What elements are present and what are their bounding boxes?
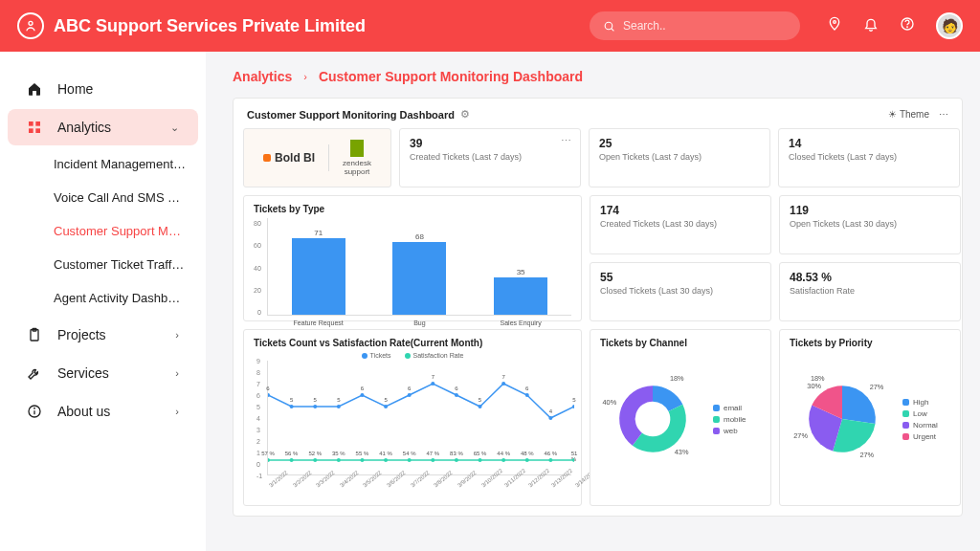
kpi-created-7: ⋯39Created Tickets (Last 7 days) <box>399 128 581 187</box>
main-content: Analytics › Customer Support Monitoring … <box>206 52 980 551</box>
svg-rect-8 <box>29 128 33 133</box>
svg-point-0 <box>29 21 33 25</box>
svg-point-39 <box>501 458 505 462</box>
chevron-right-icon: › <box>303 71 307 82</box>
svg-point-42 <box>572 458 574 462</box>
svg-point-5 <box>907 27 908 28</box>
svg-point-21 <box>408 393 412 397</box>
svg-point-36 <box>431 458 434 462</box>
more-icon[interactable]: ⋯ <box>939 109 948 120</box>
theme-toggle[interactable]: ☀ Theme <box>888 109 929 120</box>
svg-rect-6 <box>29 121 33 126</box>
svg-text:27%: 27% <box>859 451 874 459</box>
svg-point-26 <box>525 393 529 397</box>
chart-tickets-by-type: Tickets by Type 80604020071Feature Reque… <box>243 195 582 321</box>
kpi-open-7: 25Open Tickets (Last 7 days) <box>589 128 770 187</box>
zendesk-logo: zendesksupport <box>343 140 371 176</box>
svg-line-2 <box>612 28 614 31</box>
gear-icon[interactable]: ⚙ <box>460 108 470 121</box>
grid-icon <box>27 120 42 135</box>
svg-point-20 <box>384 405 388 408</box>
bell-icon[interactable] <box>863 16 879 35</box>
brand-icon <box>17 12 44 39</box>
crumb-current: Customer Support Monitoring Dashboard <box>319 69 583 84</box>
svg-point-23 <box>455 393 458 397</box>
brand: ABC Support Services Private Limited <box>17 12 366 39</box>
more-icon[interactable]: ⋯ <box>561 135 572 147</box>
svg-text:40%: 40% <box>603 398 617 407</box>
board-title: Customer Support Monitoring Dashboard <box>247 109 455 121</box>
svg-point-33 <box>360 458 364 462</box>
chevron-down-icon: ⌄ <box>170 121 179 134</box>
chart-title: Tickets by Channel <box>600 338 761 348</box>
svg-text:27%: 27% <box>793 431 808 440</box>
nav-label: Analytics <box>57 120 111 135</box>
chart-legend: High Low Normal Urgent <box>902 395 938 444</box>
nav-home[interactable]: Home <box>8 71 198 107</box>
chevron-right-icon: › <box>175 329 179 341</box>
svg-point-25 <box>501 382 505 386</box>
svg-rect-9 <box>35 128 40 133</box>
company-name: ABC Support Services Private Limited <box>54 16 366 36</box>
chart-legend: email mobile web <box>713 401 746 438</box>
boldbi-logo: Bold BI <box>263 151 315 165</box>
svg-point-3 <box>834 21 836 24</box>
svg-point-32 <box>337 458 341 462</box>
svg-point-24 <box>479 405 482 408</box>
header-actions: 🧑 <box>827 12 963 39</box>
svg-text:30%: 30% <box>807 382 821 390</box>
chart-count-vs-sat: Tickets Count vs Satisfaction Rate(Curre… <box>243 329 582 506</box>
nav-about[interactable]: About us › <box>8 393 198 430</box>
crumb-analytics[interactable]: Analytics <box>233 69 292 84</box>
chart-by-channel: Tickets by Channel 18%43%40% email mobil… <box>590 329 771 506</box>
search-icon <box>603 20 615 33</box>
svg-rect-7 <box>35 121 40 126</box>
brand-card: Bold BI zendesksupport <box>243 128 391 187</box>
sub-ticket-traffic[interactable]: Customer Ticket Traffic ... <box>0 248 206 281</box>
svg-point-1 <box>605 22 612 30</box>
chart-title: Tickets by Priority <box>790 338 950 348</box>
nav-label: Projects <box>57 327 106 342</box>
nav-services[interactable]: Services › <box>8 355 198 391</box>
search-input[interactable] <box>623 19 787 33</box>
kpi-closed-7: 14Closed Tickets (Last 7 days) <box>778 128 960 187</box>
svg-point-16 <box>290 405 294 408</box>
sub-voice[interactable]: Voice Call And SMS Track... <box>0 181 206 214</box>
location-icon[interactable] <box>827 16 842 35</box>
svg-point-14 <box>34 408 35 408</box>
svg-point-29 <box>268 458 270 462</box>
chart-title: Tickets Count vs Satisfaction Rate(Curre… <box>254 338 571 348</box>
chart-title: Tickets by Type <box>254 204 571 214</box>
help-icon[interactable] <box>900 16 915 35</box>
svg-point-19 <box>360 393 364 397</box>
app-header: ABC Support Services Private Limited 🧑 <box>0 0 980 52</box>
avatar[interactable]: 🧑 <box>936 12 963 39</box>
svg-point-31 <box>313 458 317 462</box>
svg-point-22 <box>431 382 434 386</box>
svg-point-34 <box>384 458 388 462</box>
svg-point-18 <box>337 405 341 408</box>
nav-label: Services <box>57 365 109 381</box>
sub-incident[interactable]: Incident Management Da... <box>0 147 206 181</box>
svg-text:18%: 18% <box>670 374 684 383</box>
svg-text:43%: 43% <box>675 448 689 456</box>
svg-point-30 <box>290 458 294 462</box>
home-icon <box>27 81 42 97</box>
kpi-closed-30: 55Closed Tickets (Last 30 days) <box>590 262 771 321</box>
sidebar: Home Analytics ⌄ Incident Management Da.… <box>0 52 206 551</box>
kpi-satisfaction: 48.53 %Satisfaction Rate <box>779 262 961 321</box>
nav-projects[interactable]: Projects › <box>8 317 198 353</box>
svg-point-17 <box>313 405 317 408</box>
nav-label: Home <box>57 81 93 97</box>
kpi-created-30: 174Created Tickets (Last 30 days) <box>590 195 771 254</box>
chart-legend: Tickets Satisfaction Rate <box>254 352 571 359</box>
dashboard-board: Customer Support Monitoring Dashboard ⚙ … <box>233 98 963 517</box>
nav-label: About us <box>57 404 110 419</box>
sub-agent-activity[interactable]: Agent Activity Dashboard <box>0 281 206 315</box>
svg-point-38 <box>479 458 482 462</box>
sub-customer-support[interactable]: Customer Support Moni... <box>0 214 206 248</box>
search-box[interactable] <box>590 11 800 40</box>
chevron-right-icon: › <box>175 367 179 379</box>
nav-analytics[interactable]: Analytics ⌄ <box>8 109 198 145</box>
svg-point-41 <box>548 458 552 462</box>
